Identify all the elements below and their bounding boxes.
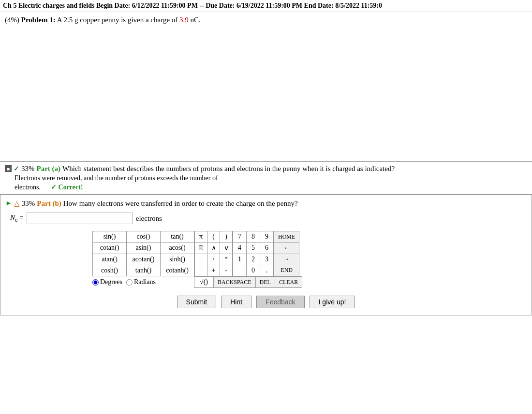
degrees-text: Degrees xyxy=(100,278,122,286)
problem-text: A 2.5 g copper penny is given a charge o… xyxy=(57,16,178,24)
warning-icon-b: △ xyxy=(14,199,20,208)
separator: -- xyxy=(199,2,204,9)
part-a-header: ■ ✓ 33% Part (a) Which statement best de… xyxy=(5,165,527,173)
chapter-title: Ch 5 Electric charges and fields xyxy=(3,2,94,9)
function-buttons: sin() cos() tan() cotan() asin() acos() … xyxy=(92,231,194,276)
end-button[interactable]: END xyxy=(274,265,299,276)
acotan-button[interactable]: acotan() xyxy=(127,254,161,265)
problem-value: 3.9 xyxy=(179,16,189,24)
part-b-question: How many electrons were transferred in o… xyxy=(63,200,298,208)
begin-date: 6/12/2022 11:59:00 PM xyxy=(132,2,198,9)
num5-button[interactable]: 5 xyxy=(247,243,260,254)
degrees-radio[interactable] xyxy=(92,279,99,286)
ne-input-row: Ne = electrons xyxy=(5,213,527,224)
tan-button[interactable]: tan() xyxy=(161,231,194,243)
radians-radio[interactable] xyxy=(126,279,133,286)
part-a-answer-line1: Electrons were removed, and the number o… xyxy=(15,174,527,182)
home-button[interactable]: HOME xyxy=(274,231,299,243)
empty-cell-1 xyxy=(195,254,207,265)
problem-unit: nC. xyxy=(191,16,201,24)
begin-label: Begin Date: xyxy=(96,2,130,9)
plus-button[interactable]: + xyxy=(207,265,220,276)
part-a-answer-line2: electrons. ✓ Correct! xyxy=(15,183,527,191)
down-arrow-button[interactable]: ∨ xyxy=(220,243,233,254)
degrees-radians-options: Degrees Radians xyxy=(92,278,194,286)
asin-button[interactable]: asin() xyxy=(127,243,161,254)
correct-badge: ✓ Correct! xyxy=(51,184,83,191)
num0-button[interactable]: 0 xyxy=(247,265,260,276)
part-b-label: Part (b) xyxy=(37,200,61,208)
ne-input[interactable] xyxy=(27,213,133,224)
pi-button[interactable]: π xyxy=(195,231,207,243)
rparen-button[interactable]: ) xyxy=(220,231,233,243)
degrees-label[interactable]: Degrees xyxy=(92,278,122,286)
tanh-button[interactable]: tanh() xyxy=(127,265,161,276)
numpad-buttons: 7 8 9 4 5 6 1 2 3 0 . xyxy=(233,231,274,276)
end-date: 8/5/2022 11:59:0 xyxy=(335,2,382,9)
due-date: 6/19/2022 11:59:00 PM xyxy=(236,2,302,9)
part-a-label: Part (a) xyxy=(37,165,61,173)
left-arrow-button[interactable]: ← xyxy=(274,243,299,254)
lparen-button[interactable]: ( xyxy=(207,231,220,243)
right-arrow-button[interactable]: → xyxy=(274,254,299,265)
header-bar: Ch 5 Electric charges and fields Begin D… xyxy=(0,0,532,12)
num1-button[interactable]: 1 xyxy=(233,254,247,265)
ne-label: Ne = xyxy=(10,214,24,224)
side-nav-buttons: HOME ← → END xyxy=(274,231,299,276)
sinh-button[interactable]: sinh() xyxy=(161,254,194,265)
give-up-button[interactable]: I give up! xyxy=(310,296,355,308)
part-a-answer: Electrons were removed, and the number o… xyxy=(5,174,527,191)
sqrt-button[interactable]: √() xyxy=(194,277,214,288)
symbol-buttons: π ( ) E ∧ ∨ / * + - xyxy=(194,231,233,276)
del-button[interactable]: DEL xyxy=(255,277,275,288)
bottom-buttons: Submit Hint Feedback I give up! xyxy=(5,293,527,311)
part-b-header: ► △ 33% Part (b) How many electrons were… xyxy=(5,199,527,208)
ne-unit: electrons xyxy=(136,214,162,223)
cosh-button[interactable]: cosh() xyxy=(93,265,127,276)
num3-button[interactable]: 3 xyxy=(260,254,274,265)
degrees-radians-row: Degrees Radians √() BACKSPACE DEL CLEAR xyxy=(5,276,527,288)
e-button[interactable]: E xyxy=(195,243,207,254)
divide-button[interactable]: / xyxy=(207,254,220,265)
radians-label[interactable]: Radians xyxy=(126,278,156,286)
problem-statement: (4%) Problem 1: A 2.5 g copper penny is … xyxy=(0,12,532,26)
num8-button[interactable]: 8 xyxy=(247,231,260,243)
submit-button[interactable]: Submit xyxy=(177,296,217,308)
num2-button[interactable]: 2 xyxy=(247,254,260,265)
num4-button[interactable]: 4 xyxy=(233,243,247,254)
problem-label: Problem 1: xyxy=(21,16,56,24)
part-a-percent: 33% xyxy=(21,165,35,173)
sin-button[interactable]: sin() xyxy=(93,231,127,243)
part-a-question: Which statement best describes the numbe… xyxy=(62,165,395,173)
empty-cell-2 xyxy=(195,265,207,276)
hint-button[interactable]: Hint xyxy=(221,296,251,308)
expand-arrow-b[interactable]: ► xyxy=(5,200,12,207)
end-label: End Date: xyxy=(304,2,334,9)
decimal-button[interactable]: . xyxy=(260,265,274,276)
empty-work-area xyxy=(0,26,532,161)
multiply-button[interactable]: * xyxy=(220,254,233,265)
part-a-section: ■ ✓ 33% Part (a) Which statement best de… xyxy=(0,161,532,194)
num7-button[interactable]: 7 xyxy=(233,231,247,243)
cotan-button[interactable]: cotan() xyxy=(93,243,127,254)
backspace-button[interactable]: BACKSPACE xyxy=(214,277,256,288)
acos-button[interactable]: acos() xyxy=(161,243,194,254)
up-arrow-button[interactable]: ∧ xyxy=(207,243,220,254)
due-label: Due Date: xyxy=(206,2,235,9)
radians-text: Radians xyxy=(134,278,156,286)
special-buttons: √() BACKSPACE DEL CLEAR xyxy=(194,276,302,288)
collapse-icon-a[interactable]: ■ xyxy=(5,165,12,172)
cotanh-button[interactable]: cotanh() xyxy=(161,265,194,276)
minus-button[interactable]: - xyxy=(220,265,233,276)
empty-num xyxy=(233,265,247,276)
feedback-button[interactable]: Feedback xyxy=(256,296,304,308)
check-icon-a: ✓ xyxy=(14,165,19,173)
part-b-percent: 33% xyxy=(22,200,35,208)
calculator-area: sin() cos() tan() cotan() asin() acos() … xyxy=(5,231,527,276)
num9-button[interactable]: 9 xyxy=(260,231,274,243)
num6-button[interactable]: 6 xyxy=(260,243,274,254)
clear-button[interactable]: CLEAR xyxy=(275,277,302,288)
atan-button[interactable]: atan() xyxy=(93,254,127,265)
part-b-section: ► △ 33% Part (b) How many electrons were… xyxy=(0,194,532,315)
cos-button[interactable]: cos() xyxy=(127,231,161,243)
